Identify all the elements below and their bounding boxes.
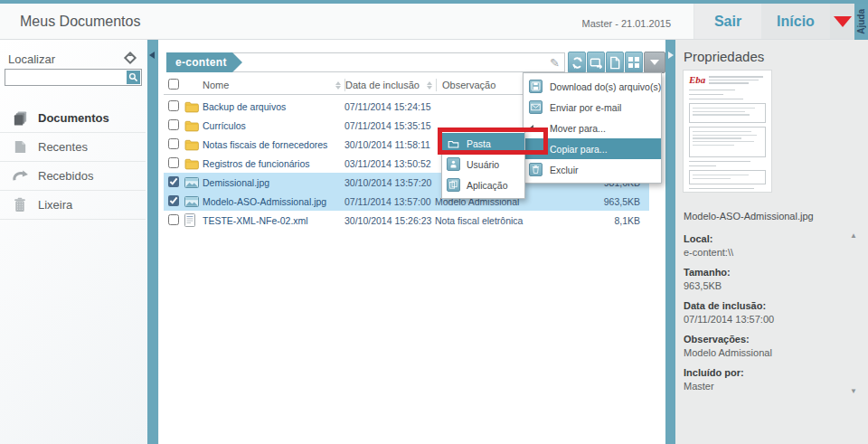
sidebar-item-label: Lixeira: [38, 198, 72, 212]
breadcrumb-arrow-icon: [232, 52, 242, 72]
red-dropdown-arrow-icon: [834, 16, 852, 27]
image-file-icon: [184, 176, 199, 189]
refresh-icon: [571, 56, 584, 70]
home-button[interactable]: Início: [761, 4, 829, 39]
field-label: Incluído por:: [684, 366, 837, 380]
user-date-label: Master - 21.01.2015: [582, 18, 671, 29]
breadcrumb-bar: e-content ✎: [166, 52, 565, 72]
submenu-item-usuario[interactable]: Usuário: [442, 154, 524, 175]
panel-collapse-rail[interactable]: [665, 40, 675, 444]
trash-icon: [529, 163, 542, 176]
move-button[interactable]: [587, 52, 605, 73]
grid-view-icon: [628, 57, 639, 68]
search-label: Localizar: [8, 52, 55, 66]
sidebar-menu: Documentos Recentes Rece: [0, 104, 146, 220]
breadcrumb[interactable]: e-content: [166, 52, 232, 72]
sidebar-item-lixeira[interactable]: Lixeira: [0, 191, 146, 220]
properties-fields: Local: e-content:\\ Tamanho: 963,5KB Dat…: [684, 232, 837, 400]
search-input[interactable]: [6, 71, 126, 84]
table-row[interactable]: TESTE-XML-NFe-02.xml 30/10/2014 15:26:23…: [164, 211, 649, 230]
toolbar: [568, 52, 665, 73]
recent-file-icon: [11, 138, 29, 156]
image-file-icon: [184, 195, 199, 208]
scroll-down-arrow-icon[interactable]: ▼: [850, 387, 857, 395]
search-button[interactable]: [127, 71, 140, 84]
search-box: [5, 69, 142, 86]
edit-pencil-icon[interactable]: ✎: [550, 56, 560, 70]
sidebar-item-recebidos[interactable]: Recebidos: [0, 162, 146, 191]
row-checkbox[interactable]: [168, 176, 179, 187]
select-all-checkbox[interactable]: [168, 79, 179, 90]
new-document-button[interactable]: [606, 52, 624, 73]
help-tab-label: Ajuda: [856, 9, 866, 34]
field-label: Observações:: [684, 333, 837, 346]
download-disk-icon: [529, 80, 542, 93]
xml-file-icon: [184, 213, 195, 227]
tag-icon[interactable]: [124, 52, 137, 64]
preview-logo: Eba: [689, 75, 705, 84]
page-title: Meus Documentos: [20, 14, 140, 30]
sidebar: Localizar Documentos: [0, 40, 159, 444]
header-bar: Meus Documentos Master - 21.01.2015 Sair…: [0, 0, 868, 40]
header-dropdown-button[interactable]: [829, 4, 854, 39]
search-icon: [128, 72, 138, 82]
refresh-button[interactable]: [568, 52, 586, 73]
menu-item-email[interactable]: Enviar por e-mail: [524, 97, 661, 118]
folder-icon: [184, 157, 199, 170]
column-header-data[interactable]: Data de inclusão: [345, 80, 436, 90]
sidebar-item-label: Recebidos: [38, 169, 93, 183]
row-checkbox[interactable]: [168, 157, 179, 168]
field-value: Master: [684, 380, 837, 393]
sidebar-collapse-rail[interactable]: [147, 40, 158, 444]
sort-icon[interactable]: [427, 81, 432, 90]
column-header-nome[interactable]: Nome: [203, 80, 344, 90]
folder-icon: [184, 100, 199, 113]
sidebar-item-label: Recentes: [38, 140, 88, 154]
scroll-up-arrow-icon[interactable]: ▲: [850, 231, 857, 240]
field-value: Modelo Admissional: [684, 346, 837, 360]
help-tab[interactable]: Ajuda: [854, 4, 868, 40]
menu-item-download[interactable]: Download do(s) arquivo(s): [524, 76, 661, 97]
move-box-icon: [590, 56, 603, 70]
more-actions-dropdown-button[interactable]: [644, 52, 665, 73]
app-window: Meus Documentos Master - 21.01.2015 Sair…: [0, 0, 868, 444]
sidebar-item-label: Documentos: [38, 111, 109, 125]
field-value: 07/11/2014 13:57:00: [684, 313, 837, 326]
properties-panel: Propriedades Eba Modelo-ASO-Admissional.…: [675, 40, 868, 444]
received-arrow-icon: [11, 167, 29, 185]
sort-icon[interactable]: [335, 81, 341, 90]
logout-button[interactable]: Sair: [693, 4, 761, 39]
user-icon: [447, 157, 460, 171]
document-preview: Eba: [684, 71, 771, 192]
new-document-icon: [609, 56, 621, 70]
trash-icon: [11, 196, 29, 214]
application-docs-icon: [447, 178, 460, 192]
documents-stack-icon: [11, 109, 29, 128]
field-label: Tamanho:: [684, 266, 837, 279]
collapse-left-arrow-icon: [149, 52, 155, 59]
folder-icon: [184, 138, 199, 151]
properties-filename: Modelo-ASO-Admissional.jpg: [684, 211, 814, 222]
row-checkbox[interactable]: [168, 138, 179, 149]
dropdown-arrow-icon: [650, 60, 659, 65]
sidebar-item-documentos[interactable]: Documentos: [0, 104, 146, 133]
row-checkbox[interactable]: [168, 119, 179, 130]
collapse-right-arrow-icon: [668, 52, 674, 59]
field-label: Data de inclusão:: [684, 299, 837, 313]
properties-title: Propriedades: [684, 49, 764, 64]
submenu-item-aplicacao[interactable]: Aplicação: [442, 175, 524, 195]
sidebar-item-recentes[interactable]: Recentes: [0, 133, 146, 162]
field-value: 963,5KB: [684, 279, 837, 293]
field-value: e-content:\\: [684, 246, 837, 260]
row-checkbox[interactable]: [168, 100, 179, 111]
grid-view-button[interactable]: [625, 52, 643, 73]
folder-icon: [184, 119, 199, 132]
row-checkbox[interactable]: [168, 195, 179, 206]
field-label: Local:: [684, 232, 837, 246]
annotation-highlight-box: [438, 128, 548, 155]
row-checkbox[interactable]: [168, 214, 179, 225]
table-row[interactable]: Modelo-ASO-Admissional.jpg 07/11/2014 13…: [164, 192, 649, 211]
email-icon: [529, 100, 542, 114]
menu-item-excluir[interactable]: Excluir: [524, 159, 661, 180]
